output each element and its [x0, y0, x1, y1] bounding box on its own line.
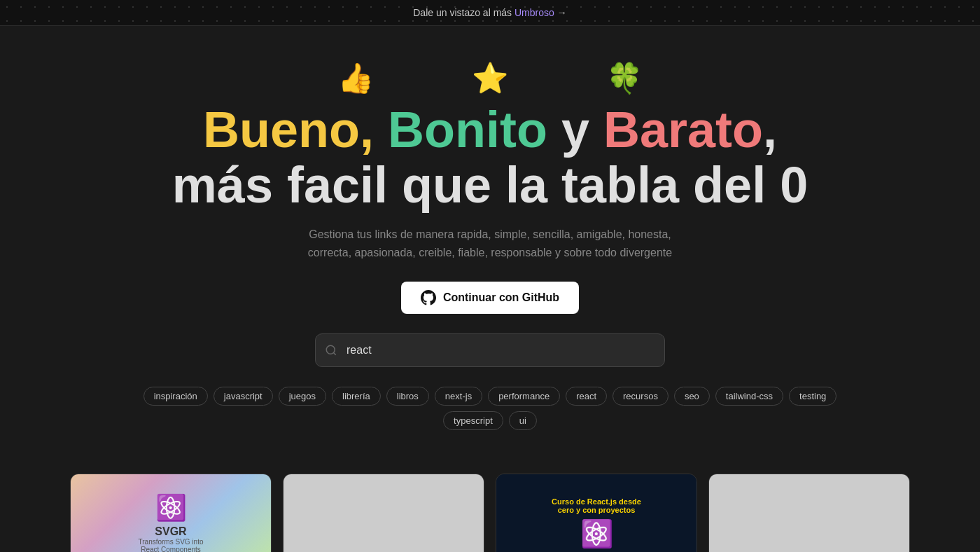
tag-seo[interactable]: seo [674, 387, 710, 406]
tag-inspiracion[interactable]: inspiración [144, 387, 208, 406]
stars-icon: ⭐ [472, 61, 508, 95]
svgr-subtitle-text: Transforms SVG intoReact Components [133, 538, 209, 552]
clover-icon: 🍀 [606, 61, 643, 95]
tag-recursos[interactable]: recursos [612, 387, 668, 406]
hero-title-line2: más facil que la tabla del 0 [14, 158, 966, 213]
cards-grid: ⚛️ SVGR Transforms SVG intoReact Compone… [56, 474, 924, 552]
top-banner: Dale un vistazo al más Umbroso→ [0, 0, 980, 26]
tag-typescript[interactable]: typescript [443, 411, 503, 430]
banner-arrow: → [557, 7, 567, 18]
word-bonito: Bonito [374, 102, 547, 158]
search-input[interactable] [315, 333, 665, 367]
hero-subtitle: Gestiona tus links de manera rapida, sim… [294, 226, 686, 261]
tag-tailwind[interactable]: tailwind-css [715, 387, 783, 406]
card-react-wiki: React.js Wiki – Preguntas típicas con re… [283, 474, 484, 552]
word-barato: Barato [603, 102, 763, 158]
search-container [315, 333, 665, 367]
card-image-react-course: Curso de React.js desdecero y con proyec… [496, 474, 696, 552]
word-y: y [547, 102, 603, 158]
react-course-title-text: Curso de React.js desdecero y con proyec… [546, 497, 647, 514]
tag-react[interactable]: react [566, 387, 607, 406]
react-atom-icon: ⚛️ [580, 518, 613, 549]
word-comma: , [763, 102, 777, 158]
card-image-react-maps [709, 474, 909, 552]
card-svgr: ⚛️ SVGR Transforms SVG intoReact Compone… [70, 474, 272, 552]
tag-testing[interactable]: testing [789, 387, 836, 406]
github-icon [421, 290, 436, 305]
svg-point-0 [326, 345, 335, 354]
banner-link[interactable]: Umbroso [514, 7, 554, 18]
tag-javascript[interactable]: javascript [214, 387, 273, 406]
thumbs-up-icon: 👍 [337, 61, 374, 95]
hero-section: 👍 ⭐ 🍀 Bueno, Bonito y Barato, más facil … [0, 26, 980, 474]
card-react-maps: Home | React Google Maps ⋯ react-google-… [708, 474, 910, 552]
tag-performance[interactable]: performance [488, 387, 560, 406]
word-bueno: Bueno, [203, 102, 374, 158]
card-image-react-wiki [284, 474, 484, 552]
hero-icons: 👍 ⭐ 🍀 [14, 61, 966, 95]
tag-libreria[interactable]: librería [332, 387, 381, 406]
tag-ui[interactable]: ui [509, 411, 537, 430]
tag-libros[interactable]: libros [386, 387, 429, 406]
svgr-atom-icon: ⚛️ [155, 493, 187, 523]
hero-title: Bueno, Bonito y Barato, más facil que la… [14, 102, 966, 213]
tag-nextjs[interactable]: next-js [435, 387, 482, 406]
tags-container: inspiración javascript juegos librería l… [105, 387, 875, 430]
tag-juegos[interactable]: juegos [279, 387, 326, 406]
svgr-title-text: SVGR [155, 525, 186, 538]
search-icon [325, 344, 337, 357]
github-button[interactable]: Continuar con GitHub [401, 282, 579, 314]
github-button-label: Continuar con GitHub [443, 291, 559, 304]
card-image-svgr: ⚛️ SVGR Transforms SVG intoReact Compone… [71, 474, 271, 552]
svg-line-1 [333, 352, 335, 354]
banner-text: Dale un vistazo al más [413, 7, 514, 18]
card-react-course: Curso de React.js desdecero y con proyec… [496, 474, 697, 552]
